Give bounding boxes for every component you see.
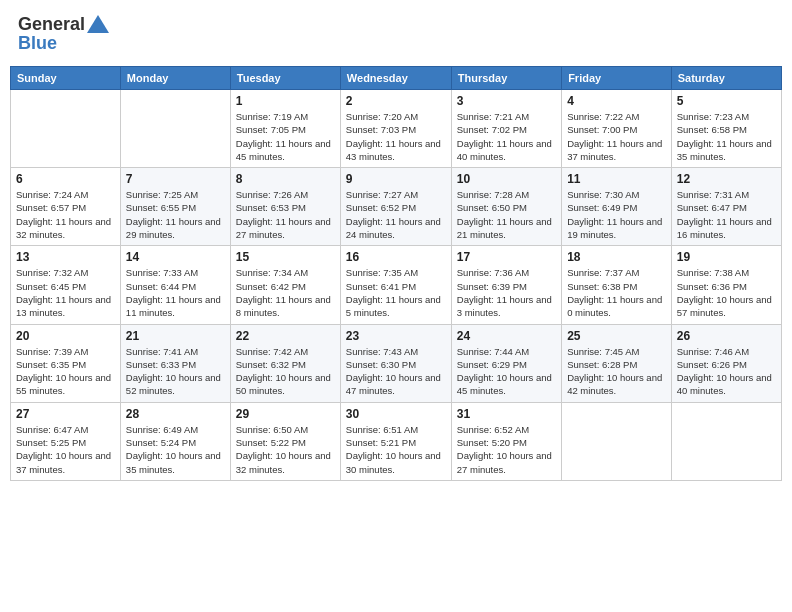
day-info: Sunrise: 7:45 AMSunset: 6:28 PMDaylight:…: [567, 345, 666, 398]
day-info: Sunrise: 6:51 AMSunset: 5:21 PMDaylight:…: [346, 423, 446, 476]
day-number: 29: [236, 407, 335, 421]
day-number: 10: [457, 172, 556, 186]
calendar-cell: 16Sunrise: 7:35 AMSunset: 6:41 PMDayligh…: [340, 246, 451, 324]
calendar-cell: 14Sunrise: 7:33 AMSunset: 6:44 PMDayligh…: [120, 246, 230, 324]
calendar-cell: 6Sunrise: 7:24 AMSunset: 6:57 PMDaylight…: [11, 168, 121, 246]
day-info: Sunrise: 7:43 AMSunset: 6:30 PMDaylight:…: [346, 345, 446, 398]
day-info: Sunrise: 7:34 AMSunset: 6:42 PMDaylight:…: [236, 266, 335, 319]
day-info: Sunrise: 7:35 AMSunset: 6:41 PMDaylight:…: [346, 266, 446, 319]
day-number: 22: [236, 329, 335, 343]
weekday-header-friday: Friday: [562, 67, 672, 90]
day-info: Sunrise: 7:30 AMSunset: 6:49 PMDaylight:…: [567, 188, 666, 241]
day-info: Sunrise: 6:52 AMSunset: 5:20 PMDaylight:…: [457, 423, 556, 476]
calendar-cell: 3Sunrise: 7:21 AMSunset: 7:02 PMDaylight…: [451, 90, 561, 168]
day-number: 3: [457, 94, 556, 108]
calendar-table: SundayMondayTuesdayWednesdayThursdayFrid…: [10, 66, 782, 481]
day-info: Sunrise: 7:33 AMSunset: 6:44 PMDaylight:…: [126, 266, 225, 319]
calendar-cell: [671, 402, 781, 480]
calendar-cell: [11, 90, 121, 168]
calendar-cell: 12Sunrise: 7:31 AMSunset: 6:47 PMDayligh…: [671, 168, 781, 246]
day-info: Sunrise: 7:25 AMSunset: 6:55 PMDaylight:…: [126, 188, 225, 241]
day-number: 26: [677, 329, 776, 343]
weekday-header-tuesday: Tuesday: [230, 67, 340, 90]
day-number: 25: [567, 329, 666, 343]
day-number: 1: [236, 94, 335, 108]
day-info: Sunrise: 6:47 AMSunset: 5:25 PMDaylight:…: [16, 423, 115, 476]
day-number: 19: [677, 250, 776, 264]
day-info: Sunrise: 7:28 AMSunset: 6:50 PMDaylight:…: [457, 188, 556, 241]
calendar-cell: 21Sunrise: 7:41 AMSunset: 6:33 PMDayligh…: [120, 324, 230, 402]
day-number: 31: [457, 407, 556, 421]
day-info: Sunrise: 7:36 AMSunset: 6:39 PMDaylight:…: [457, 266, 556, 319]
calendar-cell: 28Sunrise: 6:49 AMSunset: 5:24 PMDayligh…: [120, 402, 230, 480]
calendar-week-4: 20Sunrise: 7:39 AMSunset: 6:35 PMDayligh…: [11, 324, 782, 402]
day-number: 17: [457, 250, 556, 264]
logo-blue-text: Blue: [18, 33, 57, 54]
calendar-week-1: 1Sunrise: 7:19 AMSunset: 7:05 PMDaylight…: [11, 90, 782, 168]
day-info: Sunrise: 7:20 AMSunset: 7:03 PMDaylight:…: [346, 110, 446, 163]
weekday-header-monday: Monday: [120, 67, 230, 90]
calendar-cell: 15Sunrise: 7:34 AMSunset: 6:42 PMDayligh…: [230, 246, 340, 324]
day-info: Sunrise: 7:41 AMSunset: 6:33 PMDaylight:…: [126, 345, 225, 398]
day-number: 8: [236, 172, 335, 186]
calendar-cell: 24Sunrise: 7:44 AMSunset: 6:29 PMDayligh…: [451, 324, 561, 402]
day-info: Sunrise: 6:49 AMSunset: 5:24 PMDaylight:…: [126, 423, 225, 476]
day-info: Sunrise: 7:32 AMSunset: 6:45 PMDaylight:…: [16, 266, 115, 319]
calendar-cell: 18Sunrise: 7:37 AMSunset: 6:38 PMDayligh…: [562, 246, 672, 324]
day-info: Sunrise: 7:22 AMSunset: 7:00 PMDaylight:…: [567, 110, 666, 163]
logo-general-text: General: [18, 14, 85, 35]
calendar-cell: 29Sunrise: 6:50 AMSunset: 5:22 PMDayligh…: [230, 402, 340, 480]
day-info: Sunrise: 7:38 AMSunset: 6:36 PMDaylight:…: [677, 266, 776, 319]
calendar-cell: 25Sunrise: 7:45 AMSunset: 6:28 PMDayligh…: [562, 324, 672, 402]
calendar-week-2: 6Sunrise: 7:24 AMSunset: 6:57 PMDaylight…: [11, 168, 782, 246]
calendar-cell: 8Sunrise: 7:26 AMSunset: 6:53 PMDaylight…: [230, 168, 340, 246]
day-info: Sunrise: 7:26 AMSunset: 6:53 PMDaylight:…: [236, 188, 335, 241]
day-info: Sunrise: 7:31 AMSunset: 6:47 PMDaylight:…: [677, 188, 776, 241]
calendar-cell: 10Sunrise: 7:28 AMSunset: 6:50 PMDayligh…: [451, 168, 561, 246]
day-number: 27: [16, 407, 115, 421]
calendar-cell: 22Sunrise: 7:42 AMSunset: 6:32 PMDayligh…: [230, 324, 340, 402]
day-info: Sunrise: 7:21 AMSunset: 7:02 PMDaylight:…: [457, 110, 556, 163]
day-number: 4: [567, 94, 666, 108]
calendar-cell: 7Sunrise: 7:25 AMSunset: 6:55 PMDaylight…: [120, 168, 230, 246]
calendar-cell: 23Sunrise: 7:43 AMSunset: 6:30 PMDayligh…: [340, 324, 451, 402]
calendar-week-5: 27Sunrise: 6:47 AMSunset: 5:25 PMDayligh…: [11, 402, 782, 480]
calendar-cell: 4Sunrise: 7:22 AMSunset: 7:00 PMDaylight…: [562, 90, 672, 168]
calendar-week-3: 13Sunrise: 7:32 AMSunset: 6:45 PMDayligh…: [11, 246, 782, 324]
day-number: 7: [126, 172, 225, 186]
calendar-cell: 1Sunrise: 7:19 AMSunset: 7:05 PMDaylight…: [230, 90, 340, 168]
day-number: 6: [16, 172, 115, 186]
calendar-cell: [562, 402, 672, 480]
calendar-cell: 13Sunrise: 7:32 AMSunset: 6:45 PMDayligh…: [11, 246, 121, 324]
calendar-cell: 26Sunrise: 7:46 AMSunset: 6:26 PMDayligh…: [671, 324, 781, 402]
day-number: 18: [567, 250, 666, 264]
calendar-cell: 11Sunrise: 7:30 AMSunset: 6:49 PMDayligh…: [562, 168, 672, 246]
calendar-cell: 20Sunrise: 7:39 AMSunset: 6:35 PMDayligh…: [11, 324, 121, 402]
weekday-header-row: SundayMondayTuesdayWednesdayThursdayFrid…: [11, 67, 782, 90]
logo-icon: [87, 15, 109, 33]
day-info: Sunrise: 7:39 AMSunset: 6:35 PMDaylight:…: [16, 345, 115, 398]
day-number: 16: [346, 250, 446, 264]
day-number: 5: [677, 94, 776, 108]
weekday-header-saturday: Saturday: [671, 67, 781, 90]
day-number: 13: [16, 250, 115, 264]
day-info: Sunrise: 7:42 AMSunset: 6:32 PMDaylight:…: [236, 345, 335, 398]
day-info: Sunrise: 7:24 AMSunset: 6:57 PMDaylight:…: [16, 188, 115, 241]
day-info: Sunrise: 7:37 AMSunset: 6:38 PMDaylight:…: [567, 266, 666, 319]
day-number: 14: [126, 250, 225, 264]
weekday-header-sunday: Sunday: [11, 67, 121, 90]
day-info: Sunrise: 7:44 AMSunset: 6:29 PMDaylight:…: [457, 345, 556, 398]
day-number: 30: [346, 407, 446, 421]
day-number: 20: [16, 329, 115, 343]
day-number: 15: [236, 250, 335, 264]
calendar-cell: [120, 90, 230, 168]
day-number: 28: [126, 407, 225, 421]
day-number: 21: [126, 329, 225, 343]
day-number: 2: [346, 94, 446, 108]
calendar-cell: 19Sunrise: 7:38 AMSunset: 6:36 PMDayligh…: [671, 246, 781, 324]
day-number: 24: [457, 329, 556, 343]
svg-marker-0: [87, 15, 109, 33]
day-number: 11: [567, 172, 666, 186]
day-number: 12: [677, 172, 776, 186]
calendar-cell: 27Sunrise: 6:47 AMSunset: 5:25 PMDayligh…: [11, 402, 121, 480]
